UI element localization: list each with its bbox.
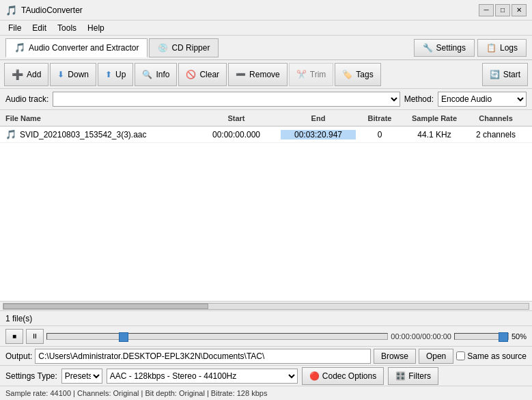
logs-icon: 📋 <box>486 43 496 53</box>
settings-row: Settings Type: Presets AAC - 128kbps - S… <box>0 366 532 386</box>
playback-row: ■ ⏸ 00:00:00/00:00:00 50% <box>0 326 532 347</box>
file-list-header: File Name Start End Bitrate Sample Rate … <box>0 110 532 126</box>
col-samplerate: Sample Rate <box>404 114 465 122</box>
output-path-input[interactable] <box>35 349 371 364</box>
status-text: 1 file(s) <box>5 314 32 323</box>
up-icon: ⬆ <box>105 70 112 79</box>
table-row[interactable]: 🎵 SVID_20210803_153542_3(3).aac 00:00:00… <box>0 126 532 143</box>
add-icon: ➕ <box>12 69 23 80</box>
trim-icon: ✂️ <box>296 70 307 79</box>
hscroll-track[interactable] <box>3 303 529 310</box>
filters-icon: 🎛️ <box>395 371 406 381</box>
output-label: Output: <box>5 351 32 361</box>
browse-button[interactable]: Browse <box>374 349 416 364</box>
up-button[interactable]: ⬆ Up <box>98 63 133 86</box>
col-filename: File Name <box>5 114 192 122</box>
clear-icon: 🚫 <box>186 70 196 79</box>
same-as-source-checkbox[interactable] <box>456 351 465 360</box>
remove-icon: ➖ <box>236 70 246 79</box>
hscroll-bar <box>0 302 532 311</box>
col-end: End <box>281 114 356 122</box>
method-label: Method: <box>404 94 434 104</box>
down-icon: ⬇ <box>57 70 64 79</box>
col-start: Start <box>192 114 281 122</box>
remove-button[interactable]: ➖ Remove <box>228 63 288 86</box>
filters-button[interactable]: 🎛️ Filters <box>388 367 438 385</box>
logs-button[interactable]: 📋 Logs <box>477 39 527 57</box>
tab-audio-icon: 🎵 <box>14 42 25 53</box>
audio-track-row: Audio track: Method: Encode Audio <box>0 89 532 110</box>
volume-track[interactable] <box>454 333 509 340</box>
tags-button[interactable]: 🏷️ Tags <box>335 63 380 86</box>
menu-edit[interactable]: Edit <box>27 22 52 34</box>
codec-options-button[interactable]: 🔴 Codec Options <box>302 367 384 385</box>
presets-value-select[interactable]: AAC - 128kbps - Stereo - 44100Hz <box>107 369 298 384</box>
open-button[interactable]: Open <box>419 349 453 364</box>
file-end: 00:03:20.947 <box>281 130 356 139</box>
maximize-button[interactable]: □ <box>495 4 510 16</box>
col-bitrate: Bitrate <box>356 114 404 122</box>
menu-help[interactable]: Help <box>82 22 110 34</box>
status-bar: 1 file(s) <box>0 311 532 326</box>
file-name: SVID_20210803_153542_3(3).aac <box>20 130 146 139</box>
trim-button[interactable]: ✂️ Trim <box>289 63 334 86</box>
menu-bar: File Edit Tools Help <box>0 21 532 36</box>
start-icon: 🔄 <box>490 70 500 79</box>
tab-cd-icon: 💿 <box>158 43 168 53</box>
method-select[interactable]: Encode Audio <box>438 92 527 107</box>
time-display: 00:00:00/00:00:00 <box>391 332 451 341</box>
audio-track-label: Audio track: <box>5 94 48 104</box>
hscroll-thumb[interactable] <box>3 304 208 309</box>
add-button[interactable]: ➕ Add <box>4 63 48 86</box>
pause-button[interactable]: ⏸ <box>26 329 44 344</box>
file-samplerate: 44.1 KHz <box>404 130 465 139</box>
file-channels: 2 channels <box>465 130 527 139</box>
start-button[interactable]: 🔄 Start <box>482 63 528 86</box>
same-as-source-label: Same as source <box>456 351 527 361</box>
info-icon: 🔍 <box>142 70 152 79</box>
file-icon: 🎵 <box>5 129 16 139</box>
settings-button[interactable]: 🔧 Settings <box>414 39 475 57</box>
stop-icon: ■ <box>12 332 16 340</box>
file-bitrate: 0 <box>356 130 404 139</box>
tags-icon: 🏷️ <box>342 70 352 79</box>
pause-icon: ⏸ <box>31 332 38 340</box>
menu-file[interactable]: File <box>3 22 27 34</box>
tab-bar: 🎵 Audio Converter and Extractor 💿 CD Rip… <box>0 36 532 60</box>
tab-cd-ripper[interactable]: 💿 CD Ripper <box>149 38 219 57</box>
bottom-status-bar: Sample rate: 44100 | Channels: Original … <box>0 386 532 400</box>
audio-track-select[interactable] <box>53 92 400 107</box>
info-button[interactable]: 🔍 Info <box>135 63 177 86</box>
app-title: TAudioConverter <box>21 5 83 15</box>
down-button[interactable]: ⬇ Down <box>50 63 96 86</box>
col-channels: Channels <box>465 114 527 122</box>
menu-tools[interactable]: Tools <box>52 22 82 34</box>
output-row: Output: Browse Open Same as source <box>0 347 532 366</box>
codec-icon: 🔴 <box>309 371 320 381</box>
tab-cd-label: CD Ripper <box>171 43 210 53</box>
settings-icon: 🔧 <box>423 43 433 53</box>
presets-type-select[interactable]: Presets <box>61 369 102 384</box>
minimize-button[interactable]: ─ <box>479 4 494 16</box>
bottom-status-text: Sample rate: 44100 | Channels: Original … <box>5 389 267 397</box>
clear-button[interactable]: 🚫 Clear <box>178 63 227 86</box>
tab-audio-label: Audio Converter and Extractor <box>29 43 139 53</box>
stop-button[interactable]: ■ <box>5 329 23 344</box>
volume-thumb[interactable] <box>499 332 508 342</box>
close-button[interactable]: ✕ <box>512 4 527 16</box>
toolbar: ➕ Add ⬇ Down ⬆ Up 🔍 Info 🚫 Clear ➖ Remov… <box>0 60 532 89</box>
title-bar: 🎵 TAudioConverter ─ □ ✕ <box>0 0 532 21</box>
progress-thumb[interactable] <box>119 332 128 342</box>
file-list-body: 🎵 SVID_20210803_153542_3(3).aac 00:00:00… <box>0 126 532 302</box>
volume-percent: 50% <box>512 332 527 341</box>
file-start: 00:00:00.000 <box>192 130 281 139</box>
progress-track[interactable] <box>46 333 388 340</box>
tab-audio-converter[interactable]: 🎵 Audio Converter and Extractor <box>5 38 148 57</box>
app-icon: 🎵 <box>5 5 17 16</box>
settings-type-label: Settings Type: <box>5 371 57 381</box>
